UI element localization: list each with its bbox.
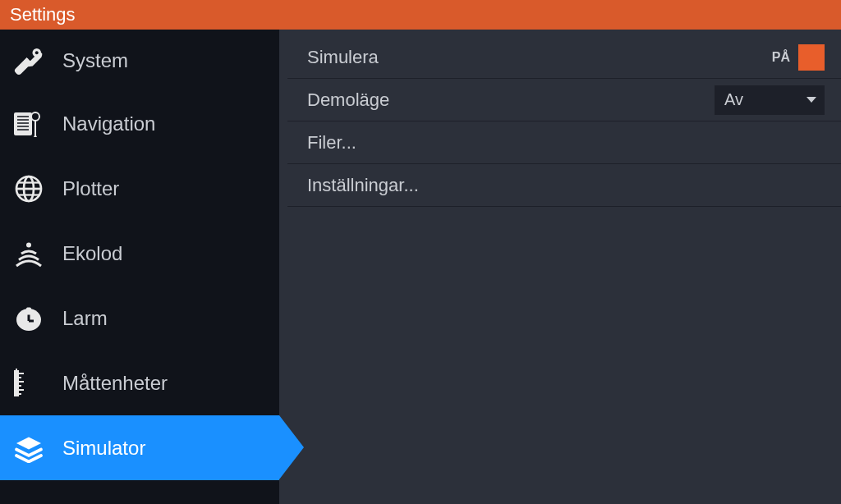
sidebar-item-label: Måttenheter [62, 372, 168, 395]
toggle-switch[interactable] [798, 44, 825, 71]
wrench-icon [11, 44, 46, 78]
sidebar-item-simulator[interactable]: Simulator [0, 415, 279, 480]
sidebar-item-system[interactable]: System [0, 30, 279, 91]
chevron-down-icon [807, 97, 816, 103]
row-label: Simulera [307, 47, 772, 68]
row-demo-mode[interactable]: Demoläge Av [287, 79, 841, 121]
sidebar-item-label: System [62, 49, 128, 72]
svg-rect-15 [26, 307, 31, 311]
sidebar-item-label: Ekolod [62, 242, 122, 265]
sidebar-item-label: Plotter [62, 177, 119, 200]
svg-rect-2 [14, 112, 32, 135]
sidebar-item-label: Larm [62, 307, 108, 330]
sonar-icon [11, 236, 46, 271]
main-layout: System Navigation [0, 30, 841, 504]
sidebar: System Navigation [0, 30, 279, 504]
dropdown-value: Av [724, 90, 743, 109]
page-title: Settings [10, 4, 76, 25]
sidebar-item-label: Simulator [62, 437, 145, 460]
globe-icon [11, 172, 46, 206]
row-label: Filer... [307, 132, 825, 153]
row-label: Demoläge [307, 89, 715, 111]
row-simulate[interactable]: Simulera PÅ [287, 36, 841, 79]
toggle-state-text: PÅ [772, 50, 790, 65]
navigation-icon [11, 107, 46, 141]
row-label: Inställningar... [307, 175, 825, 196]
svg-point-1 [35, 51, 39, 54]
row-files[interactable]: Filer... [287, 121, 841, 164]
sidebar-item-units[interactable]: Måttenheter [0, 351, 279, 415]
sidebar-item-larm[interactable]: Larm [0, 286, 279, 351]
svg-point-13 [26, 242, 31, 247]
sidebar-item-ekolod[interactable]: Ekolod [0, 221, 279, 286]
alarm-icon [11, 301, 46, 336]
demo-mode-dropdown[interactable]: Av [715, 85, 825, 115]
svg-point-8 [31, 112, 39, 121]
svg-rect-18 [14, 370, 19, 396]
ruler-icon [11, 366, 46, 401]
content-panel: Simulera PÅ Demoläge Av Filer... Inställ… [279, 30, 841, 504]
layers-icon [11, 431, 46, 465]
sidebar-item-plotter[interactable]: Plotter [0, 156, 279, 221]
svg-rect-25 [16, 369, 17, 372]
title-bar: Settings [0, 0, 841, 30]
row-settings[interactable]: Inställningar... [287, 164, 841, 207]
sidebar-item-navigation[interactable]: Navigation [0, 91, 279, 156]
sidebar-item-label: Navigation [62, 112, 155, 135]
